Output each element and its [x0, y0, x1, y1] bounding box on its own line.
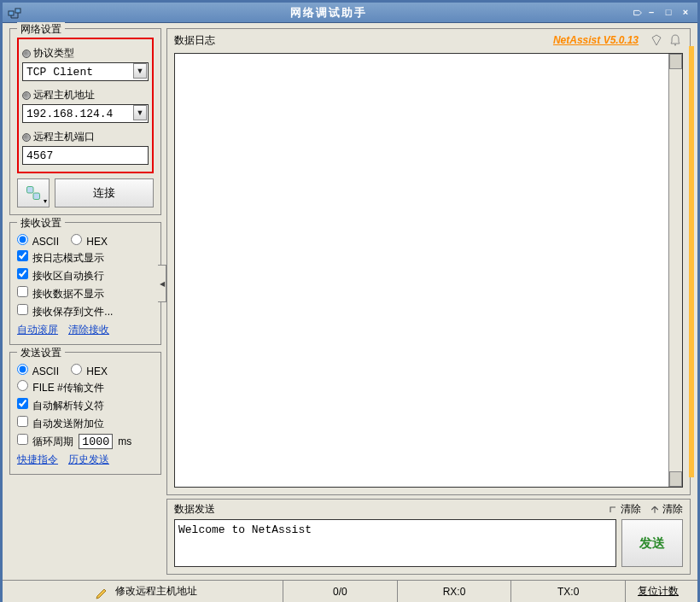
reset-counter-link[interactable]: 复位计数 [625, 581, 691, 602]
pin-icon[interactable] [631, 7, 645, 19]
svg-rect-0 [9, 11, 14, 15]
data-log-label: 数据日志 [174, 33, 215, 48]
remote-port-label: 远程主机端口 [22, 130, 149, 144]
clear-recv-link[interactable]: 清除接收 [68, 323, 109, 337]
network-settings-group: 网络设置 协议类型 ▼ 远程主机地址 ▼ 远程主机端口 [9, 28, 161, 215]
right-resize-strip[interactable] [689, 46, 694, 477]
status-icon [95, 584, 110, 599]
status-tx: TX:0 [510, 581, 625, 602]
connect-button[interactable]: 连接 [55, 178, 154, 207]
remote-host-label: 远程主机地址 [22, 88, 149, 102]
data-send-label: 数据发送 [174, 502, 215, 517]
send-settings-group: 发送设置 ASCII HEX FILE #传输文件 自动解析转义符 自动发送附加… [9, 352, 161, 475]
titlebar: 网络调试助手 – □ × [3, 3, 697, 23]
statusbar: 修改远程主机地址 0/0 RX:0 TX:0 复位计数 [3, 580, 697, 602]
svg-rect-6 [33, 193, 40, 200]
send-textarea[interactable]: Welcome to NetAssist [174, 519, 616, 567]
minimize-button[interactable]: – [645, 7, 658, 19]
recv-hex-radio[interactable]: HEX [71, 234, 108, 248]
recv-autowrap-checkbox[interactable]: 接收区自动换行 [17, 268, 104, 283]
remote-port-input[interactable] [22, 146, 149, 165]
recv-settings-title: 接收设置 [17, 216, 65, 231]
send-autoappend-checkbox[interactable]: 自动发送附加位 [17, 416, 104, 431]
clear-send-link-1[interactable]: 清除 [608, 502, 641, 517]
send-settings-title: 发送设置 [17, 346, 65, 360]
window-title: 网络调试助手 [26, 5, 631, 20]
status-message: 修改远程主机地址 [115, 584, 197, 599]
recv-nodisplay-checkbox[interactable]: 接收数据不显示 [17, 286, 104, 301]
quick-cmd-link[interactable]: 快捷指令 [17, 453, 58, 467]
send-autoparse-checkbox[interactable]: 自动解析转义符 [17, 398, 104, 413]
remote-host-input[interactable] [22, 104, 149, 123]
version-link[interactable]: NetAssist V5.0.13 [553, 34, 639, 46]
svg-rect-5 [27, 187, 34, 194]
recv-ascii-radio[interactable]: ASCII [17, 234, 59, 248]
protocol-select[interactable] [22, 62, 149, 81]
highlighted-connection-fields: 协议类型 ▼ 远程主机地址 ▼ 远程主机端口 [17, 38, 154, 173]
history-send-link[interactable]: 历史发送 [68, 453, 109, 467]
bell-icon[interactable] [668, 32, 683, 48]
svg-rect-1 [15, 9, 20, 13]
log-textarea[interactable] [174, 53, 683, 488]
connection-icon-button[interactable]: ▾ [17, 178, 50, 207]
send-ascii-radio[interactable]: ASCII [17, 364, 59, 377]
recv-settings-group: 接收设置 ASCII HEX 按日志模式显示 接收区自动换行 接收数据不显示 接… [9, 222, 161, 345]
svg-point-7 [674, 44, 676, 46]
send-hex-radio[interactable]: HEX [71, 364, 108, 377]
loop-interval-input[interactable] [79, 434, 113, 449]
autoscroll-link[interactable]: 自动滚屏 [17, 323, 58, 337]
log-scrollbar[interactable] [668, 54, 682, 487]
recv-savefile-checkbox[interactable]: 接收保存到文件... [17, 304, 113, 319]
app-icon [8, 6, 21, 20]
protocol-label: 协议类型 [22, 46, 149, 61]
send-button[interactable]: 发送 [621, 519, 683, 567]
loop-unit-label: ms [118, 435, 131, 447]
status-frames: 0/0 [283, 581, 397, 602]
clear-send-link-2[interactable]: 清除 [650, 502, 683, 517]
diamond-icon[interactable] [649, 32, 664, 48]
close-button[interactable]: × [679, 7, 692, 19]
recv-logmode-checkbox[interactable]: 按日志模式显示 [17, 250, 104, 266]
send-file-radio[interactable]: FILE #传输文件 [17, 380, 104, 395]
network-settings-title: 网络设置 [17, 22, 65, 37]
status-rx: RX:0 [397, 581, 511, 602]
data-send-panel: 数据发送 清除 清除 Welcome to NetAssist 发送 [166, 499, 691, 575]
data-log-panel: 数据日志 NetAssist V5.0.13 [166, 28, 691, 495]
send-loop-checkbox[interactable]: 循环周期 [17, 434, 73, 449]
maximize-button[interactable]: □ [662, 7, 675, 19]
collapse-handle[interactable]: ◀ [158, 265, 166, 302]
